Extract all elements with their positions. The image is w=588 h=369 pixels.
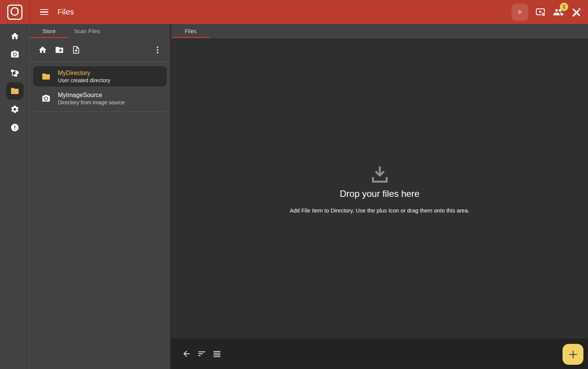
store-tabs: Store Scan Files: [30, 24, 170, 38]
webcam-settings-icon: [535, 7, 546, 17]
sidebar-item-alerts[interactable]: [0, 118, 30, 137]
sidebar-item-device-tree[interactable]: [0, 64, 30, 82]
users-button[interactable]: 1: [553, 7, 564, 18]
file-dropzone[interactable]: Drop your files here Add File Item to Di…: [290, 163, 469, 214]
logo-frame-icon: O: [7, 5, 22, 20]
header-actions: 1: [512, 4, 588, 21]
store-panel: Store Scan Files: [30, 24, 170, 369]
upload-file-button[interactable]: [72, 45, 81, 54]
back-arrow-icon: [182, 349, 191, 358]
plus-icon: [568, 349, 578, 360]
directory-title: MyDirectory: [58, 69, 110, 77]
files-content: Drop your files here Add File Item to Di…: [171, 38, 588, 339]
tab-store[interactable]: Store: [30, 24, 68, 38]
download-icon: [369, 163, 390, 185]
gear-icon: [10, 105, 19, 114]
menu-icon: [40, 9, 48, 10]
menu-icon: [40, 11, 48, 13]
app-logo: O: [0, 0, 30, 24]
sidebar-item-home[interactable]: [0, 27, 30, 45]
directory-subtitle: User created directory: [58, 77, 110, 84]
create-folder-button[interactable]: [55, 45, 64, 54]
nav-sidebar: [0, 24, 30, 369]
crossed-tools-icon: [571, 7, 582, 18]
bottom-toolbar: [171, 339, 588, 369]
tab-scan-files[interactable]: Scan Files: [68, 24, 106, 38]
upload-file-icon: [72, 45, 81, 54]
home-directory-button[interactable]: [38, 45, 47, 54]
logo-letter: O: [10, 6, 19, 18]
list-view-icon: [212, 349, 221, 358]
webcam-settings-button[interactable]: [535, 7, 546, 17]
create-folder-icon: [55, 45, 64, 54]
files-tabs: Files: [171, 24, 588, 38]
more-vert-icon: [153, 45, 162, 54]
tab-files[interactable]: Files: [172, 24, 210, 38]
sidebar-item-webcam[interactable]: [0, 45, 30, 64]
sidebar-item-settings[interactable]: [0, 100, 30, 118]
directory-subtitle: Directory from image source: [58, 99, 125, 106]
list-view-button[interactable]: [212, 349, 221, 358]
app-window: O Files: [0, 0, 588, 369]
alert-icon: [10, 123, 19, 132]
folder-icon: [41, 72, 51, 81]
sort-button[interactable]: [197, 349, 206, 358]
top-header: Files: [30, 0, 588, 24]
sort-icon: [197, 349, 206, 358]
home-icon: [10, 32, 19, 41]
camera-icon: [10, 50, 19, 59]
back-button[interactable]: [182, 349, 191, 358]
folder-icon: [10, 86, 19, 96]
camera-icon: [41, 94, 51, 103]
menu-button[interactable]: [40, 8, 49, 17]
page-title: Files: [57, 8, 74, 16]
list-item-mydirectory[interactable]: MyDirectory User created directory: [33, 66, 167, 86]
directory-title: MyImageSource: [58, 91, 125, 99]
play-icon: [516, 8, 524, 16]
menu-icon: [40, 14, 48, 15]
play-button[interactable]: [512, 4, 528, 21]
dropzone-hint: Add File Item to Directory. Use the plus…: [290, 208, 469, 214]
list-divider: [33, 112, 167, 112]
add-file-fab[interactable]: [563, 344, 583, 365]
dropzone-title: Drop your files here: [340, 188, 419, 199]
notification-badge: 1: [560, 3, 568, 11]
device-tree-icon: [10, 68, 19, 77]
store-toolbar: [30, 38, 170, 62]
list-item-myimagesource[interactable]: MyImageSource Directory from image sourc…: [33, 88, 167, 109]
disconnect-button[interactable]: [571, 7, 582, 18]
home-icon: [38, 45, 47, 54]
directory-list: MyDirectory User created directory MyIma…: [30, 62, 170, 112]
files-panel: Files Drop your files here Add File Item…: [170, 24, 588, 369]
sidebar-item-files[interactable]: [0, 82, 30, 100]
more-options-button[interactable]: [153, 45, 162, 54]
